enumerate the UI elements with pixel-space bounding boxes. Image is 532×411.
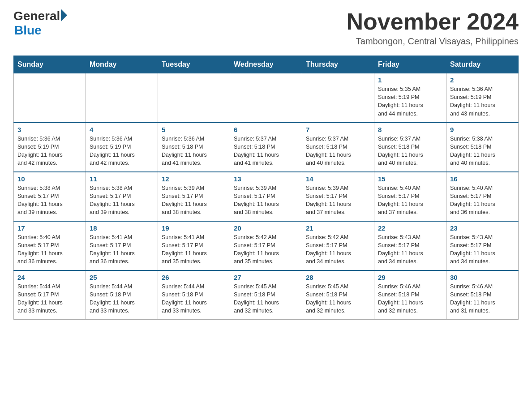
- day-info: Sunrise: 5:37 AM Sunset: 5:18 PM Dayligh…: [378, 135, 442, 167]
- day-info: Sunrise: 5:39 AM Sunset: 5:17 PM Dayligh…: [306, 184, 370, 217]
- logo-triangle-icon: [61, 9, 67, 21]
- calendar-cell: 1Sunrise: 5:35 AM Sunset: 5:19 PM Daylig…: [374, 73, 446, 123]
- calendar-cell: 21Sunrise: 5:42 AM Sunset: 5:17 PM Dayli…: [302, 221, 374, 270]
- calendar-cell: 12Sunrise: 5:39 AM Sunset: 5:17 PM Dayli…: [158, 172, 230, 221]
- logo-blue-text: Blue: [14, 23, 42, 38]
- page-header: General Blue November 2024 Tambongon, Ce…: [13, 9, 519, 47]
- day-number: 15: [378, 175, 442, 183]
- day-number: 18: [90, 224, 154, 232]
- calendar-header-thursday: Thursday: [302, 56, 374, 73]
- day-number: 7: [306, 126, 370, 133]
- calendar-week-row: 10Sunrise: 5:38 AM Sunset: 5:17 PM Dayli…: [14, 172, 519, 221]
- calendar-header-monday: Monday: [86, 56, 158, 73]
- day-info: Sunrise: 5:39 AM Sunset: 5:17 PM Dayligh…: [234, 184, 298, 217]
- calendar-cell: 20Sunrise: 5:42 AM Sunset: 5:17 PM Dayli…: [230, 221, 302, 270]
- day-number: 11: [90, 175, 154, 183]
- calendar-cell: 16Sunrise: 5:40 AM Sunset: 5:17 PM Dayli…: [446, 172, 519, 221]
- day-info: Sunrise: 5:36 AM Sunset: 5:18 PM Dayligh…: [162, 135, 226, 167]
- calendar-cell: 22Sunrise: 5:43 AM Sunset: 5:17 PM Dayli…: [374, 221, 446, 270]
- calendar-week-row: 1Sunrise: 5:35 AM Sunset: 5:19 PM Daylig…: [14, 73, 519, 123]
- calendar-cell: [302, 73, 374, 123]
- calendar-header-row: SundayMondayTuesdayWednesdayThursdayFrid…: [14, 56, 519, 73]
- day-number: 27: [234, 274, 298, 281]
- day-number: 8: [378, 126, 442, 133]
- day-number: 26: [162, 274, 226, 281]
- day-info: Sunrise: 5:45 AM Sunset: 5:18 PM Dayligh…: [234, 283, 298, 315]
- day-number: 21: [306, 224, 370, 232]
- day-number: 17: [17, 224, 82, 232]
- calendar-cell: [158, 73, 230, 123]
- day-number: 10: [17, 175, 82, 183]
- calendar-cell: 11Sunrise: 5:38 AM Sunset: 5:17 PM Dayli…: [86, 172, 158, 221]
- calendar-cell: 7Sunrise: 5:37 AM Sunset: 5:18 PM Daylig…: [302, 123, 374, 172]
- day-info: Sunrise: 5:42 AM Sunset: 5:17 PM Dayligh…: [306, 233, 370, 266]
- calendar-cell: 9Sunrise: 5:38 AM Sunset: 5:18 PM Daylig…: [446, 123, 519, 172]
- day-info: Sunrise: 5:46 AM Sunset: 5:18 PM Dayligh…: [378, 283, 442, 315]
- calendar-cell: 2Sunrise: 5:36 AM Sunset: 5:19 PM Daylig…: [446, 73, 519, 123]
- day-number: 23: [450, 224, 515, 232]
- calendar-cell: 24Sunrise: 5:44 AM Sunset: 5:17 PM Dayli…: [14, 270, 86, 320]
- month-title: November 2024: [347, 9, 519, 34]
- day-info: Sunrise: 5:36 AM Sunset: 5:19 PM Dayligh…: [17, 135, 82, 167]
- day-number: 3: [17, 126, 82, 133]
- day-info: Sunrise: 5:35 AM Sunset: 5:19 PM Dayligh…: [378, 85, 442, 118]
- calendar-header-friday: Friday: [374, 56, 446, 73]
- day-number: 19: [162, 224, 226, 232]
- calendar-header-sunday: Sunday: [14, 56, 86, 73]
- calendar-cell: 10Sunrise: 5:38 AM Sunset: 5:17 PM Dayli…: [14, 172, 86, 221]
- calendar-cell: 15Sunrise: 5:40 AM Sunset: 5:17 PM Dayli…: [374, 172, 446, 221]
- calendar-header-tuesday: Tuesday: [158, 56, 230, 73]
- day-info: Sunrise: 5:40 AM Sunset: 5:17 PM Dayligh…: [378, 184, 442, 217]
- day-number: 12: [162, 175, 226, 183]
- logo-general-text: General: [13, 9, 60, 23]
- day-number: 4: [90, 126, 154, 133]
- day-info: Sunrise: 5:44 AM Sunset: 5:17 PM Dayligh…: [17, 283, 82, 315]
- day-info: Sunrise: 5:36 AM Sunset: 5:19 PM Dayligh…: [90, 135, 154, 167]
- day-number: 28: [306, 274, 370, 281]
- calendar-cell: 5Sunrise: 5:36 AM Sunset: 5:18 PM Daylig…: [158, 123, 230, 172]
- calendar-cell: 18Sunrise: 5:41 AM Sunset: 5:17 PM Dayli…: [86, 221, 158, 270]
- calendar-cell: 28Sunrise: 5:45 AM Sunset: 5:18 PM Dayli…: [302, 270, 374, 320]
- day-number: 5: [162, 126, 226, 133]
- calendar-cell: 4Sunrise: 5:36 AM Sunset: 5:19 PM Daylig…: [86, 123, 158, 172]
- day-info: Sunrise: 5:41 AM Sunset: 5:17 PM Dayligh…: [90, 233, 154, 266]
- calendar-cell: 13Sunrise: 5:39 AM Sunset: 5:17 PM Dayli…: [230, 172, 302, 221]
- day-number: 14: [306, 175, 370, 183]
- day-info: Sunrise: 5:40 AM Sunset: 5:17 PM Dayligh…: [17, 233, 82, 266]
- calendar-cell: 27Sunrise: 5:45 AM Sunset: 5:18 PM Dayli…: [230, 270, 302, 320]
- calendar-cell: [86, 73, 158, 123]
- calendar-week-row: 17Sunrise: 5:40 AM Sunset: 5:17 PM Dayli…: [14, 221, 519, 270]
- day-number: 2: [450, 76, 515, 84]
- calendar-cell: 17Sunrise: 5:40 AM Sunset: 5:17 PM Dayli…: [14, 221, 86, 270]
- day-number: 20: [234, 224, 298, 232]
- calendar-cell: 26Sunrise: 5:44 AM Sunset: 5:18 PM Dayli…: [158, 270, 230, 320]
- day-info: Sunrise: 5:36 AM Sunset: 5:19 PM Dayligh…: [450, 85, 515, 118]
- day-info: Sunrise: 5:44 AM Sunset: 5:18 PM Dayligh…: [162, 283, 226, 315]
- header-right: November 2024 Tambongon, Central Visayas…: [347, 9, 519, 47]
- calendar-cell: 19Sunrise: 5:41 AM Sunset: 5:17 PM Dayli…: [158, 221, 230, 270]
- day-info: Sunrise: 5:38 AM Sunset: 5:17 PM Dayligh…: [17, 184, 82, 217]
- calendar-cell: 30Sunrise: 5:46 AM Sunset: 5:18 PM Dayli…: [446, 270, 519, 320]
- calendar-cell: 25Sunrise: 5:44 AM Sunset: 5:18 PM Dayli…: [86, 270, 158, 320]
- day-info: Sunrise: 5:39 AM Sunset: 5:17 PM Dayligh…: [162, 184, 226, 217]
- day-info: Sunrise: 5:41 AM Sunset: 5:17 PM Dayligh…: [162, 233, 226, 266]
- day-info: Sunrise: 5:38 AM Sunset: 5:17 PM Dayligh…: [90, 184, 154, 217]
- day-info: Sunrise: 5:45 AM Sunset: 5:18 PM Dayligh…: [306, 283, 370, 315]
- day-info: Sunrise: 5:37 AM Sunset: 5:18 PM Dayligh…: [306, 135, 370, 167]
- day-number: 29: [378, 274, 442, 281]
- day-info: Sunrise: 5:43 AM Sunset: 5:17 PM Dayligh…: [378, 233, 442, 266]
- calendar-header-wednesday: Wednesday: [230, 56, 302, 73]
- calendar-cell: [14, 73, 86, 123]
- location-text: Tambongon, Central Visayas, Philippines: [347, 36, 519, 47]
- day-info: Sunrise: 5:37 AM Sunset: 5:18 PM Dayligh…: [234, 135, 298, 167]
- calendar-cell: 6Sunrise: 5:37 AM Sunset: 5:18 PM Daylig…: [230, 123, 302, 172]
- calendar-week-row: 3Sunrise: 5:36 AM Sunset: 5:19 PM Daylig…: [14, 123, 519, 172]
- calendar-cell: 3Sunrise: 5:36 AM Sunset: 5:19 PM Daylig…: [14, 123, 86, 172]
- day-info: Sunrise: 5:44 AM Sunset: 5:18 PM Dayligh…: [90, 283, 154, 315]
- day-number: 6: [234, 126, 298, 133]
- day-info: Sunrise: 5:40 AM Sunset: 5:17 PM Dayligh…: [450, 184, 515, 217]
- logo: General Blue: [13, 9, 67, 38]
- calendar-cell: 8Sunrise: 5:37 AM Sunset: 5:18 PM Daylig…: [374, 123, 446, 172]
- day-number: 16: [450, 175, 515, 183]
- day-number: 22: [378, 224, 442, 232]
